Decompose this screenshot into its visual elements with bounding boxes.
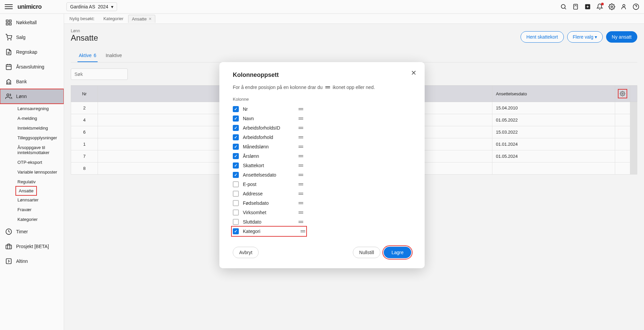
modal-desc-after: ikonet opp eller ned. — [333, 85, 375, 90]
lagre-button[interactable]: Lagre — [384, 247, 411, 258]
drag-handle-icon[interactable] — [299, 193, 303, 195]
col-label: Ansettelsesdato — [243, 172, 294, 178]
col-label: Fødselsdato — [243, 200, 294, 206]
checkbox[interactable] — [233, 172, 239, 178]
modal-backdrop: Kolonneoppsett ✕ For å endre posisjon på… — [0, 0, 644, 330]
drag-handle-icon[interactable] — [299, 146, 303, 148]
col-row-kategori: Kategori — [232, 227, 306, 236]
modal-desc-before: For å endre posisjon på en kolonne drar … — [233, 85, 323, 90]
drag-handle-icon[interactable] — [299, 136, 303, 138]
drag-handle-icon[interactable] — [301, 230, 305, 232]
checkbox[interactable] — [233, 115, 239, 122]
col-row-nr: Nr — [233, 104, 303, 114]
checkbox[interactable] — [233, 181, 239, 187]
checkbox[interactable] — [233, 228, 239, 234]
checkbox[interactable] — [233, 134, 239, 140]
checkbox[interactable] — [233, 200, 239, 206]
drag-handle-icon[interactable] — [299, 202, 303, 204]
checkbox[interactable] — [233, 219, 239, 225]
drag-handle-icon[interactable] — [299, 117, 303, 120]
col-label: Kategori — [243, 229, 297, 234]
col-row-epost: E-post — [233, 180, 303, 189]
checkbox[interactable] — [233, 191, 239, 197]
checkbox[interactable] — [233, 125, 239, 131]
close-icon[interactable]: ✕ — [411, 69, 417, 77]
checkbox[interactable] — [233, 144, 239, 150]
col-row-ansettelsesdato: Ansettelsesdato — [233, 170, 303, 180]
modal-title: Kolonneoppsett — [233, 72, 411, 79]
drag-handle-icon[interactable] — [299, 183, 303, 185]
col-row-arbeidsforhold: Arbeidsforhold — [233, 133, 303, 142]
checkbox[interactable] — [233, 106, 239, 112]
drag-handle-icon[interactable] — [299, 221, 303, 223]
col-row-rslnn: Årslønn — [233, 151, 303, 161]
col-row-arbeidsforholdsid: ArbeidsforholdsID — [233, 123, 303, 133]
drag-handle-icon[interactable] — [299, 127, 303, 129]
col-row-sluttdato: Sluttdato — [233, 217, 303, 227]
drag-handle-icon[interactable] — [299, 164, 303, 167]
col-label: Virksomhet — [243, 210, 294, 215]
checkbox[interactable] — [233, 162, 239, 169]
avbryt-button[interactable]: Avbryt — [233, 247, 259, 258]
col-label: Navn — [243, 116, 294, 121]
column-header: Kolonne — [233, 97, 411, 102]
col-row-fdselsdato: Fødselsdato — [233, 198, 303, 208]
col-row-skattekort: Skattekort — [233, 161, 303, 170]
drag-handle-icon[interactable] — [299, 174, 303, 176]
checkbox[interactable] — [233, 153, 239, 159]
col-label: Årslønn — [243, 153, 294, 159]
drag-handle-icon[interactable] — [299, 211, 303, 214]
col-row-mnedslnn: Månedslønn — [233, 142, 303, 151]
drag-handle-icon[interactable] — [299, 108, 303, 110]
drag-handle-icon[interactable] — [299, 155, 303, 157]
col-row-virksomhet: Virksomhet — [233, 208, 303, 217]
drag-handle-icon — [325, 86, 330, 88]
col-label: Nr — [243, 106, 294, 112]
col-label: Skattekort — [243, 163, 294, 168]
checkbox[interactable] — [233, 209, 239, 216]
col-label: Sluttdato — [243, 219, 294, 225]
col-row-addresse: Addresse — [233, 189, 303, 198]
column-setup-modal: Kolonneoppsett ✕ For å endre posisjon på… — [219, 62, 425, 268]
col-label: Månedslønn — [243, 144, 294, 149]
col-label: E-post — [243, 182, 294, 187]
col-label: Arbeidsforhold — [243, 135, 294, 140]
col-label: ArbeidsforholdsID — [243, 125, 294, 131]
col-row-navn: Navn — [233, 114, 303, 123]
nullstill-button[interactable]: Nullstill — [353, 247, 380, 258]
col-label: Addresse — [243, 191, 294, 196]
